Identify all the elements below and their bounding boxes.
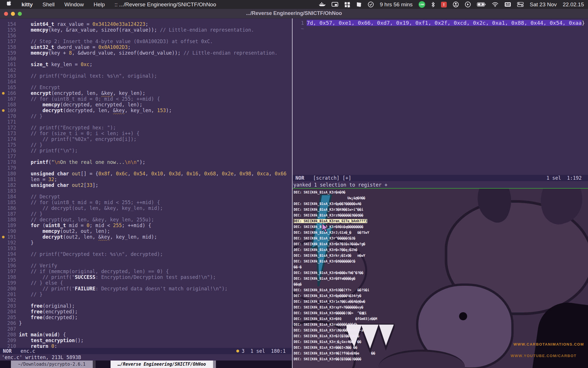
code-line[interactable]: 168 memcpy(decrypted, encrypted, len); [0, 102, 292, 108]
bluetooth-icon[interactable] [431, 2, 435, 7]
code-line[interactable]: 179 [0, 165, 292, 171]
decoder-line[interactable]: DEC: SNI{K0k_B1sA_K3rJ;G1x�_� &�?SwY [294, 230, 377, 235]
code-line[interactable]: 206} [0, 320, 292, 326]
code-line[interactable]: 208int main(void) { [0, 332, 292, 338]
decoder-line[interactable]: DEC: SNI{K0k_B1sA_K3ren_G1Tu_bAnh???} [294, 218, 377, 224]
decoder-line[interactable]: DEC: SNI{K0k_B1sA_K3r\8�U��G�00Xz-a [294, 327, 377, 333]
apple-menu[interactable] [7, 1, 12, 8]
code-line[interactable]: 176 // printf("\n"); [0, 148, 292, 154]
decoder-line[interactable]: ��q� [294, 281, 377, 287]
code-line[interactable]: 184 // Decrypt [0, 194, 292, 200]
wifi-icon[interactable] [492, 2, 498, 7]
code-line[interactable]: 166 encrypt(encrypted, len, &key, key_le… [0, 90, 292, 96]
decoder-line[interactable]: Uw¿&@�O�� [294, 195, 377, 201]
code-line[interactable]: 159 memcpy(key + 8, &dword_value, sizeof… [0, 50, 292, 56]
code-line[interactable]: 164 [0, 79, 292, 85]
menu-item-shell[interactable]: Shell [42, 1, 55, 8]
decoder-line[interactable]: DEC: SNI{K0k_B1sA_K3rxpY=7������uy� [294, 304, 377, 310]
code-line[interactable]: 180 unsigned char out[] = {0x8f, 0x6c, 0… [0, 171, 292, 177]
menu-date[interactable]: Sat 23 Nov [530, 1, 557, 8]
keyboard-switcher-icon[interactable] [504, 2, 511, 7]
code-line[interactable]: 169 decrypt(decrypted, len, &key, key_le… [0, 108, 292, 113]
line-app-icon[interactable]: LINE [419, 1, 425, 8]
code-line[interactable]: 162 [0, 67, 292, 73]
code-line[interactable]: 172 // printf("Encrypted hex: "); [0, 125, 292, 131]
code-line[interactable]: 194 // printf("Decrypted text: %s\n", de… [0, 251, 292, 257]
menu-item-path[interactable]: :: .../Reverse Engineering/SNICTF/OhNoo [115, 1, 216, 8]
code-line[interactable]: 171 [0, 119, 292, 125]
code-line[interactable]: 177 [0, 154, 292, 159]
code-line[interactable]: 158 uint32_t dword_value = 0x0A1002D3; [0, 44, 292, 50]
code-line[interactable]: 185 // for (uint8_t mid = 0; mid < 255; … [0, 200, 292, 205]
code-line[interactable]: 190 memcpy(out2, out, len); [0, 228, 292, 234]
code-line[interactable]: 201 // } [0, 292, 292, 297]
docker-icon[interactable] [319, 2, 326, 7]
code-line[interactable]: 205 free(decrypted); [0, 315, 292, 320]
decoder-line[interactable]: DEC: SNI{K0k_B1sA_K3r1n7��Lu��A�@�w� [294, 299, 377, 304]
code-line[interactable]: 157 // Step 2: Insert the 4-byte value (… [0, 39, 292, 44]
decoder-line[interactable]: ��-� [294, 264, 377, 270]
code-line[interactable]: 167 // for (uint8_t mid = 0; mid < 255; … [0, 96, 292, 102]
output-pane[interactable]: DEC: SNI{K0k_B1sA_K3r�n�O� Uw¿&@�O��DEC:… [293, 189, 588, 368]
code-line[interactable]: 161 size_t key_len = 0xc; [0, 62, 292, 67]
alert-badge-icon[interactable]: ! [441, 2, 447, 7]
time-tracker-label[interactable]: 9 hrs 56 mins [380, 1, 413, 8]
timer-icon[interactable] [368, 1, 374, 7]
control-center-icon[interactable] [517, 2, 524, 7]
battery-icon[interactable] [477, 2, 486, 7]
code-line[interactable]: 209 test_encryption(); [0, 338, 292, 343]
code-line[interactable]: 196 // Verify [0, 263, 292, 269]
code-line[interactable]: 187 // } [0, 211, 292, 217]
decoder-line[interactable]: DEC: SNI{K0k_B1sA_K3r�=7��q;�2h� [294, 247, 377, 253]
code-line[interactable]: 170 // } [0, 113, 292, 119]
code-line[interactable]: 183 [0, 188, 292, 194]
code-line[interactable]: 175 // } [0, 142, 292, 148]
selected-hex-text[interactable]: 7d, 0x57, 0xe1, 0x66, 0xd7, 0x19, 0xf1, … [307, 20, 582, 26]
decoder-line[interactable]: DEC: SNI{K0k_B1sA_K3r□�¿Gxc4�� �� [294, 339, 377, 345]
tab-inactive[interactable]: ~/Downloads/pycrypto-2.6.1 [11, 361, 93, 368]
decoder-line[interactable]: DEC: SNI{K0k_B1sA_K3r�J{�I��)���� [294, 333, 377, 339]
decoder-line[interactable]: DEC: SNI{K0k_B1sA_K3r�p����%�34ŕy� [294, 293, 377, 299]
user-account-icon[interactable] [453, 1, 459, 7]
code-line[interactable]: 207 [0, 326, 292, 332]
decoder-line[interactable]: DEC: SNI{K0k_B1sA_K3r�8Q �fGm03|z��M [294, 316, 377, 322]
decoder-line[interactable]: DEC: SNI{K0k_B1sA_K3r3�K0��1w>i^��i [294, 207, 377, 212]
tab-active[interactable]: …/Reverse Engineering/SNICTF/OhNoo [111, 361, 213, 368]
code-line[interactable]: 202 [0, 297, 292, 303]
code-line[interactable]: 174 // printf("%02x", encrypted[i]); [0, 136, 292, 142]
code-line[interactable]: 188 // decrypt(out, len, &key, key_len, … [0, 217, 292, 223]
code-line[interactable]: 200 // printf("FAILURE: Decrypted data d… [0, 286, 292, 292]
decoder-line[interactable]: DEC: SNI{K0k_B1sA_K3r�n�O� [294, 189, 377, 195]
code-line[interactable]: 178 printf("\nOn the real one now...\n\n… [0, 159, 292, 165]
play-circle-icon[interactable] [465, 1, 471, 7]
decoder-line[interactable]: DEC: SNI{K0k_B1sA_K3r0�]7fG�x�X�e �� [294, 350, 377, 356]
decoder-line[interactable]: DEC: SNI{K0k_B1sA_K3r�8Ye����g� [294, 276, 377, 281]
menu-item-help[interactable]: Help [94, 1, 105, 8]
menu-item-kitty[interactable]: kitty [22, 1, 33, 8]
code-line[interactable]: 192 } [0, 240, 292, 246]
code-line[interactable]: 173 // for (size_t i = 0; i < len; i++) … [0, 131, 292, 136]
code-line[interactable]: 165 // Encrypt [0, 85, 292, 90]
code-line[interactable]: 191 decrypt(out2, len, &key, key_len, mi… [0, 234, 292, 240]
code-line[interactable]: 189 for (uint8_t mid = 0; mid < 255; ++m… [0, 223, 292, 228]
code-line[interactable]: 155 memcpy(key, &rax_value, sizeof(rax_v… [0, 27, 292, 33]
code-line[interactable]: 195 [0, 257, 292, 263]
editor-pane-right[interactable]: 1 7d, 0x57, 0xe1, 0x66, 0xd7, 0x19, 0xf1… [293, 18, 588, 188]
decoder-line[interactable]: DEC: SNI{K0k_B1sA_K3rn�����A��ɗb [294, 322, 377, 327]
code-line[interactable]: 182 unsigned char out2[33]; [0, 182, 292, 188]
decoder-line[interactable]: DEC: SNI{K0k_B1sA_K3rkr;�IxQ� n�wY [294, 253, 377, 258]
decoder-line[interactable]: DEC: SNI{K0k_B1sA_K3r���I<Ʒ�� �� [294, 345, 377, 350]
decoder-line[interactable]: DEC: SNI{K0k_B1sA_K3r�n7�I�uJ�&�w?g� [294, 241, 377, 247]
decoder-output[interactable]: DEC: SNI{K0k_B1sA_K3r�n�O� Uw¿&@�O��DEC:… [294, 189, 377, 362]
code-line[interactable]: 181 len = 32; [0, 177, 292, 182]
decoder-line[interactable]: DEC: SNI{K0k_B1sA_K3rOJ��(Y?> &�?S�i [294, 287, 377, 293]
code-line[interactable]: 193 [0, 246, 292, 251]
menu-item-window[interactable]: Window [64, 1, 84, 8]
decoder-line[interactable]: DEC: SNI{K0k_B1sA_K3r�n���u?b�^�?�� [294, 270, 377, 276]
decoder-line[interactable]: DEC: SNI{K0k_B1sA_K3rz8������3��Q�� [294, 212, 377, 218]
code-line[interactable]: 204 free(encrypted); [0, 309, 292, 315]
code-line[interactable]: 203 free(original); [0, 303, 292, 309]
menu-clock[interactable]: 22.02.15 [563, 1, 584, 8]
code-line[interactable]: 197 // if (memcmp(original, decrypted, l… [0, 269, 292, 274]
decoder-line[interactable]: DEC: SNI{K0k_B1sA_K3r^�����C�2� [294, 235, 377, 241]
